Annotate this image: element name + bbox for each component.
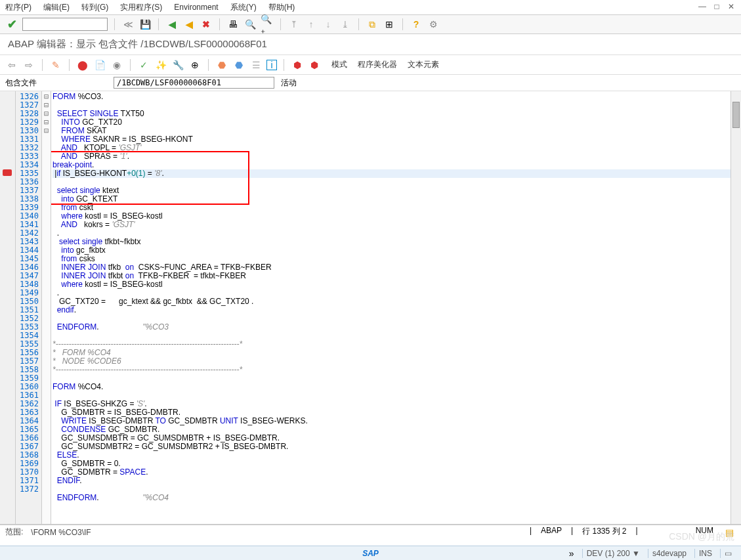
status-sep2: | <box>571 526 573 539</box>
first-page-icon[interactable]: ≪ <box>121 18 135 31</box>
minimize-icon[interactable]: — <box>698 2 707 11</box>
include-input[interactable] <box>114 77 274 89</box>
status-bar: 范围: \FORM %CO3\IF | ABAP | 行 1335 列 2 | … <box>0 525 741 539</box>
find-next-icon[interactable]: 🔍₊ <box>261 18 274 31</box>
menu-goto[interactable]: 转到(G) <box>81 2 108 13</box>
menu-bar: 程序(P) 编辑(E) 转到(G) 实用程序(S) Environment 系统… <box>0 0 741 14</box>
beautifier-label[interactable]: 程序美化器 <box>358 59 397 70</box>
active-inactive-icon[interactable]: ⬤ <box>76 58 89 72</box>
include-label: 包含文件 <box>5 77 114 89</box>
exit-icon[interactable]: ◀ <box>182 18 196 31</box>
sap-logo: SAP <box>362 549 379 558</box>
host-name: s4devapp <box>648 549 690 558</box>
insert-mode: INS <box>694 549 716 558</box>
help-icon[interactable]: ? <box>410 18 423 31</box>
scrollbar-thumb[interactable] <box>732 102 740 128</box>
command-field[interactable] <box>22 18 108 31</box>
cancel-icon[interactable]: ✖ <box>200 18 213 31</box>
save-icon[interactable]: 💾 <box>138 18 152 31</box>
new-session-icon[interactable]: ⧉ <box>366 18 379 31</box>
nav-fwd-icon[interactable]: ⇨ <box>22 58 35 72</box>
enhance-icon[interactable]: ◉ <box>110 58 123 72</box>
stop-icon[interactable]: ⬢ <box>291 58 304 72</box>
status-sep: | <box>530 526 532 539</box>
check-icon[interactable]: ✓ <box>137 58 150 72</box>
stop2-icon[interactable]: ⬢ <box>308 58 321 72</box>
system-status-bar: SAP » DEV (1) 200 ▼ s4devapp INS ▭ <box>0 546 741 560</box>
status-after: 活动 <box>281 77 297 89</box>
textelem-label[interactable]: 文本元素 <box>408 59 439 70</box>
activate-icon[interactable]: ✨ <box>154 58 167 72</box>
include-field-row: 包含文件 活动 <box>0 75 741 91</box>
menu-environment[interactable]: Environment <box>174 3 218 12</box>
standard-toolbar: ✔ ≪ 💾 ◀ ◀ ✖ 🖶 🔍 🔍₊ ⤒ ↑ ↓ ⤓ ⧉ ⊞ ? ⚙ <box>0 14 741 34</box>
page-first-icon[interactable]: ⤒ <box>287 18 301 31</box>
page-down-icon[interactable]: ↓ <box>322 18 335 31</box>
object-list-icon[interactable]: ☰ <box>249 58 263 72</box>
menu-program[interactable]: 程序(P) <box>5 2 32 13</box>
menu-help[interactable]: 帮助(H) <box>268 2 295 13</box>
page-last-icon[interactable]: ⤓ <box>339 18 352 31</box>
breakpoint-set-icon[interactable]: ⬣ <box>215 58 228 72</box>
cursor-pos: 行 1335 列 2 <box>582 526 626 539</box>
other-object-icon[interactable]: 📄 <box>93 58 106 72</box>
find-icon[interactable]: 🔍 <box>243 18 257 31</box>
where-used-icon[interactable]: ⊕ <box>188 58 201 72</box>
breakpoint-gutter[interactable] <box>0 91 16 524</box>
enter-button[interactable]: ✔ <box>5 18 18 31</box>
breakpoint-marker-icon[interactable] <box>3 169 12 176</box>
code-area[interactable]: FORM %CO3. SELECT SINGLE TXT50 INTO GC_T… <box>51 91 730 524</box>
menu-system[interactable]: 系统(Y) <box>230 2 257 13</box>
print-icon[interactable]: 🖶 <box>226 18 240 31</box>
layout-icon[interactable]: ⊞ <box>383 18 396 31</box>
display-change-icon[interactable]: ✎ <box>49 58 62 72</box>
page-title: ABAP 编辑器：显示 包含文件 /1BCDWB/LSF00000068F01 <box>0 34 741 55</box>
info-icon[interactable]: i <box>266 60 277 70</box>
page-up-icon[interactable]: ↑ <box>305 18 318 31</box>
maximize-icon[interactable]: □ <box>712 2 721 11</box>
watermark: CSDN @月的荒 <box>669 531 734 543</box>
breakpoint-session-icon[interactable]: ⬣ <box>232 58 245 72</box>
test-icon[interactable]: 🔧 <box>171 58 184 72</box>
tray-icon[interactable]: ▭ <box>720 549 736 558</box>
expand-icon[interactable]: » <box>565 547 578 560</box>
scope-label: 范围: <box>5 527 23 538</box>
code-editor: 1326 1327 1328 1329 1330 1331 1332 1333 … <box>0 91 741 525</box>
lang-label: ABAP <box>541 526 562 539</box>
scope-value: \FORM %CO3\IF <box>31 528 91 537</box>
menu-edit[interactable]: 编辑(E) <box>43 2 70 13</box>
app-toolbar: ⇦ ⇨ ✎ ⬤ 📄 ◉ ✓ ✨ 🔧 ⊕ ⬣ ⬣ ☰ i ⬢ ⬢ 模式 程序美化器… <box>0 55 741 75</box>
system-id[interactable]: DEV (1) 200 ▼ <box>582 549 644 558</box>
menu-utilities[interactable]: 实用程序(S) <box>120 2 162 13</box>
fold-gutter[interactable]: ⊟ ⊟ ⊟ ⊟ ⊟ <box>42 91 51 524</box>
line-number-gutter: 1326 1327 1328 1329 1330 1331 1332 1333 … <box>16 91 42 524</box>
mode-label[interactable]: 模式 <box>331 59 347 70</box>
customize-icon[interactable]: ⚙ <box>427 18 440 31</box>
vertical-scrollbar[interactable] <box>730 91 741 524</box>
nav-back-icon[interactable]: ⇦ <box>5 58 18 72</box>
status-sep3: | <box>636 526 638 539</box>
back-icon[interactable]: ◀ <box>165 18 179 31</box>
close-icon[interactable]: ✕ <box>727 2 736 11</box>
